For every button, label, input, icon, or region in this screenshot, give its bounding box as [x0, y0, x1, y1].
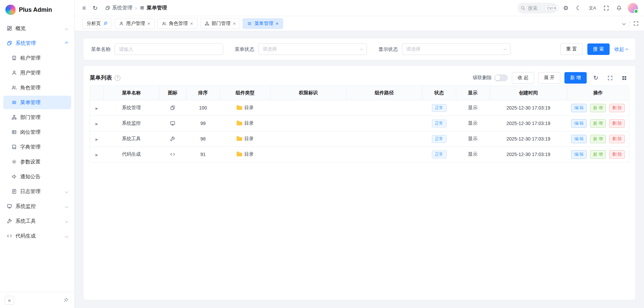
- filter-collapse-link[interactable]: 收起: [614, 46, 628, 53]
- edit-button[interactable]: 编 辑: [571, 104, 587, 112]
- sidebar-item-overview[interactable]: 概览: [3, 22, 71, 35]
- search-shortcut-hint: Ctrl K: [545, 5, 559, 11]
- sidebar-item-code-gen[interactable]: 代码生成: [3, 229, 71, 243]
- search-button[interactable]: 搜 索: [587, 43, 610, 55]
- cascade-delete-toggle[interactable]: [494, 74, 508, 81]
- tab-label: 分析页: [87, 21, 101, 27]
- pin-icon[interactable]: [103, 21, 108, 26]
- type-label: 目录: [244, 105, 254, 111]
- edit-button[interactable]: 编 辑: [571, 135, 587, 143]
- col-component-path: 组件路径: [346, 86, 422, 100]
- expand-icon: [634, 21, 639, 26]
- sidebar-item-notice[interactable]: 通知公告: [3, 170, 71, 183]
- chevron-up-icon: [625, 48, 628, 51]
- page-title: 菜单列表: [90, 74, 112, 82]
- edit-button[interactable]: 编 辑: [571, 119, 587, 128]
- sidebar-item-menu-manage[interactable]: 菜单管理: [3, 96, 71, 109]
- hamburger-icon: ≡: [82, 5, 86, 11]
- sidebar-footer: «: [0, 292, 75, 308]
- menu-status-select[interactable]: 请选择: [258, 43, 367, 55]
- expand-row-icon[interactable]: ▶: [95, 122, 98, 126]
- expand-row-icon[interactable]: ▶: [95, 153, 98, 157]
- expand-row-icon[interactable]: ▶: [95, 137, 98, 141]
- sidebar-item-user-manage[interactable]: 用户管理: [3, 66, 71, 80]
- expand-all-button[interactable]: 展 开: [538, 72, 560, 84]
- close-icon[interactable]: ×: [147, 21, 150, 26]
- breadcrumb-label: 系统管理: [112, 5, 133, 11]
- tab-analysis[interactable]: 分析页: [82, 19, 112, 29]
- table-fullscreen-button[interactable]: [605, 73, 615, 83]
- close-icon[interactable]: ×: [190, 21, 193, 26]
- col-status: 状态: [422, 86, 456, 100]
- sidebar-item-dict-manage[interactable]: 字典管理: [3, 140, 71, 154]
- table-row: ▶ 代码生成 91 目录 正常 显示 2025-12-30 17:03:19: [90, 147, 629, 162]
- breadcrumb-system-manage[interactable]: 系统管理: [105, 5, 133, 11]
- tab-user-manage[interactable]: 用户管理 ×: [115, 19, 155, 29]
- delete-button[interactable]: 删 除: [609, 135, 625, 143]
- pin-sidebar-button[interactable]: [62, 296, 70, 304]
- logo: Plus Admin: [0, 0, 75, 20]
- content-fullscreen-button[interactable]: [632, 20, 640, 27]
- close-icon[interactable]: ×: [275, 21, 279, 26]
- reset-button[interactable]: 重 置: [560, 43, 583, 55]
- sidebar-item-label: 系统管理: [16, 40, 36, 47]
- refresh-page-button[interactable]: ↻: [91, 4, 99, 12]
- tab-dept-manage[interactable]: 部门管理 ×: [200, 19, 240, 29]
- tab-label: 角色管理: [169, 21, 188, 27]
- language-button[interactable]: 文A: [587, 4, 597, 11]
- help-icon[interactable]: ?: [115, 75, 120, 81]
- add-child-button[interactable]: 新 增: [590, 104, 606, 112]
- sidebar-item-dept-manage[interactable]: 部门管理: [3, 111, 71, 124]
- expand-row-icon[interactable]: ▶: [95, 106, 98, 110]
- menu-lines-icon: [140, 5, 145, 10]
- sidebar-item-tenant-manage[interactable]: 租户管理: [3, 51, 71, 65]
- sidebar-item-param-settings[interactable]: 参数设置: [3, 155, 71, 168]
- column-settings-button[interactable]: [619, 73, 629, 83]
- sidebar-item-role-manage[interactable]: 角色管理: [3, 81, 71, 94]
- visible-status-select[interactable]: 请选择: [402, 43, 510, 55]
- sidebar-item-label: 用户管理: [20, 70, 40, 76]
- status-badge: 正常: [432, 135, 446, 143]
- select-placeholder: 请选择: [263, 46, 277, 52]
- person-icon: [119, 21, 124, 26]
- tab-role-manage[interactable]: 角色管理 ×: [157, 19, 198, 29]
- add-menu-button[interactable]: 新 增: [564, 72, 587, 84]
- hamburger-menu-button[interactable]: ≡: [81, 4, 87, 12]
- fullscreen-button[interactable]: [602, 4, 610, 12]
- page-content: 菜单名称 菜单状态 请选择 显示状态 请选择: [75, 31, 644, 308]
- pin-icon: [63, 298, 68, 303]
- tabbar-controls: [621, 20, 640, 27]
- sidebar-item-system-manage[interactable]: 系统管理: [3, 36, 71, 50]
- search-input[interactable]: [528, 5, 542, 11]
- notifications-button[interactable]: [615, 4, 623, 12]
- building-icon: [11, 55, 17, 61]
- delete-button[interactable]: 删 除: [609, 104, 625, 112]
- edit-button[interactable]: 编 辑: [571, 150, 587, 159]
- menu-name-input[interactable]: [119, 47, 219, 52]
- close-icon[interactable]: ×: [233, 21, 236, 26]
- sidebar-item-label: 租户管理: [20, 55, 40, 61]
- sidebar-item-system-tools[interactable]: 系统工具: [3, 214, 71, 228]
- col-sort: 排序: [186, 86, 220, 100]
- sidebar-item-post-manage[interactable]: 岗位管理: [3, 125, 71, 139]
- add-child-button[interactable]: 新 增: [590, 135, 606, 143]
- delete-button[interactable]: 删 除: [609, 119, 625, 128]
- settings-button[interactable]: ⚙: [562, 4, 570, 12]
- tabs-dropdown-button[interactable]: [621, 21, 626, 26]
- sidebar-collapse-button[interactable]: «: [5, 296, 14, 305]
- topbar: ≡ ↻ 系统管理 › 菜单管理: [75, 0, 644, 16]
- id-card-icon: [11, 129, 17, 135]
- cell-created-at: 2025-12-30 17:03:19: [490, 147, 567, 162]
- global-search[interactable]: Ctrl K: [517, 3, 557, 13]
- dark-mode-button[interactable]: ☾: [575, 4, 583, 12]
- sidebar: Plus Admin 概览 系统管理: [0, 0, 75, 308]
- delete-button[interactable]: 删 除: [609, 150, 625, 159]
- refresh-table-button[interactable]: ↻: [591, 73, 601, 83]
- collapse-all-button[interactable]: 收 起: [512, 72, 534, 84]
- sidebar-item-system-monitor[interactable]: 系统监控: [3, 199, 71, 213]
- add-child-button[interactable]: 新 增: [590, 150, 606, 159]
- add-child-button[interactable]: 新 增: [590, 119, 606, 128]
- sidebar-item-log-manage[interactable]: 日志管理: [3, 185, 71, 198]
- avatar[interactable]: [628, 3, 638, 13]
- tab-menu-manage[interactable]: 菜单管理 ×: [243, 19, 283, 29]
